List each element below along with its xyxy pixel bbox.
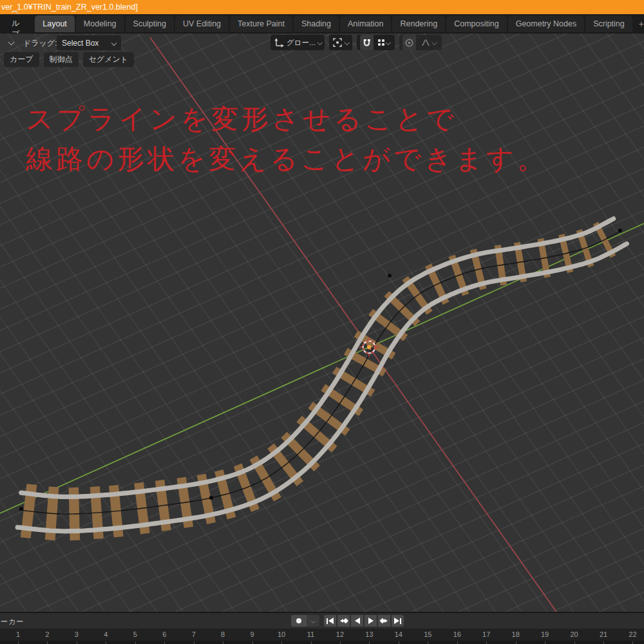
curve-control-point[interactable]: [209, 496, 213, 500]
workspace-tab-modeling[interactable]: Modeling: [76, 15, 124, 32]
right-icon: [368, 618, 374, 624]
magnet-icon: [362, 38, 372, 48]
frame-label: 1: [16, 630, 20, 638]
frame-tick: [223, 641, 223, 644]
frame-label: 22: [629, 630, 636, 638]
frame-tick: [603, 641, 604, 644]
transport-jump-start-button[interactable]: [324, 615, 336, 627]
workspace-tab-texture-paint[interactable]: Texture Paint: [230, 15, 292, 32]
orientation-axes-icon: [274, 37, 284, 48]
scene-canvas[interactable]: [0, 33, 644, 612]
frame-label: 5: [133, 630, 137, 638]
left-icon: [355, 618, 360, 624]
frame-label: 21: [600, 630, 607, 638]
frame-tick: [574, 641, 575, 644]
drag-label: ドラッグ:: [23, 38, 57, 49]
proportional-circle-icon: [404, 38, 414, 48]
workspace-tabs: LayoutModelingSculptingUV EditingTexture…: [35, 15, 644, 32]
frame-tick: [252, 641, 253, 644]
frame-tick: [18, 641, 19, 644]
timeline-marker-menu[interactable]: ーカー: [1, 617, 24, 627]
frame-tick: [311, 641, 312, 644]
chevron-down-icon: [432, 40, 437, 45]
transport-play-button[interactable]: [365, 615, 377, 627]
workspace-tab-scripting[interactable]: Scripting: [585, 15, 632, 32]
timeline-ruler[interactable]: 12345678910111213141516171819202122: [0, 629, 644, 644]
proportional-edit-controls: [399, 35, 442, 50]
frame-tick: [545, 641, 545, 644]
frame-label: 14: [395, 630, 402, 638]
right-sm-icon: [384, 619, 388, 623]
frame-tick: [281, 641, 282, 644]
workspace-tab-shading[interactable]: Shading: [294, 15, 339, 32]
left-sm-icon: [340, 619, 343, 623]
workspace-tab-geometry-nodes[interactable]: Geometry Nodes: [508, 15, 584, 32]
curve-control-point[interactable]: [618, 229, 622, 232]
edit-menu-2[interactable]: セグメント: [83, 52, 134, 67]
proportional-falloff-select[interactable]: [419, 35, 439, 50]
drag-mode-select[interactable]: Select Box: [57, 35, 121, 50]
chevron-down-icon: [111, 40, 117, 45]
diam-icon: [343, 618, 348, 623]
frame-tick: [77, 641, 77, 644]
frame-label: 6: [162, 630, 166, 638]
edit-menu-1[interactable]: 制御点: [44, 52, 79, 67]
frame-label: 8: [221, 630, 225, 638]
frame-label: 17: [482, 630, 490, 638]
frame-label: 13: [365, 630, 373, 638]
frame-tick: [428, 641, 428, 644]
frame-tick: [106, 641, 106, 644]
transform-orientation-select[interactable]: グロー...: [270, 35, 325, 50]
frame-label: 7: [192, 630, 196, 638]
edit-menu-0[interactable]: カーブ: [4, 52, 39, 67]
proportional-edit-toggle[interactable]: [402, 35, 416, 50]
auto-key-options-button[interactable]: [307, 615, 319, 627]
frame-label: 20: [570, 630, 578, 638]
workspace-tab-animation[interactable]: Animation: [340, 15, 392, 32]
window-titlebar[interactable]: ver_1.0¥TRIN_train_ZR_ver1.0.blend]: [0, 0, 644, 14]
frame-tick: [164, 641, 165, 644]
viewport-controls: グロー...: [270, 35, 442, 50]
workspace-tab-compositing[interactable]: Compositing: [446, 15, 506, 32]
track-rail[interactable]: [17, 243, 627, 531]
timeline-header: ーカー: [0, 612, 644, 629]
workspace-tab--[interactable]: +: [634, 15, 644, 32]
frame-tick: [194, 641, 194, 644]
frame-tick: [632, 641, 633, 644]
curve-control-point[interactable]: [388, 274, 392, 278]
blender-window: ver_1.0¥TRIN_train_ZR_ver1.0.blend] ド ヘル…: [0, 0, 644, 644]
curve-control-point[interactable]: [19, 507, 23, 511]
record-dot-icon: [296, 618, 301, 623]
frame-tick: [135, 641, 136, 644]
transport-next-key-button[interactable]: [378, 615, 390, 627]
snap-controls: [357, 35, 395, 50]
snap-toggle[interactable]: [360, 35, 374, 50]
snap-target-select[interactable]: [376, 35, 392, 50]
workspace-tab-layout[interactable]: Layout: [35, 15, 75, 32]
transport-play-back-button[interactable]: [351, 615, 363, 627]
pivot-point-icon: [332, 37, 343, 48]
axis-x-red: [150, 37, 556, 612]
transport-prev-key-button[interactable]: [337, 615, 350, 627]
playback-controls: [324, 615, 404, 627]
diam-icon: [380, 618, 385, 623]
edit-mode-menus: カーブ制御点セグメント: [4, 52, 134, 67]
workspace-tab-sculpting[interactable]: Sculpting: [126, 15, 174, 32]
snap-grid-icon: [378, 39, 384, 46]
frame-tick: [486, 641, 487, 644]
frame-label: 12: [336, 630, 344, 638]
frame-label: 4: [104, 630, 108, 638]
chevron-down-icon: [345, 40, 350, 45]
transport-jump-end-button[interactable]: [392, 615, 404, 627]
frame-label: 2: [45, 630, 49, 638]
workspace-tab-rendering[interactable]: Rendering: [392, 15, 445, 32]
frame-tick: [399, 641, 399, 644]
drag-mode-value: Select Box: [62, 39, 99, 48]
pivot-point-select[interactable]: [329, 35, 352, 50]
frame-label: 16: [453, 630, 461, 638]
frame-label: 3: [75, 630, 79, 638]
auto-key-record-button[interactable]: [291, 615, 307, 627]
viewport-3d[interactable]: ドラッグ: Select Box カーブ制御点セグメント グロー...: [0, 33, 644, 612]
right-icon: [394, 618, 399, 624]
workspace-tab-uv-editing[interactable]: UV Editing: [175, 15, 229, 32]
